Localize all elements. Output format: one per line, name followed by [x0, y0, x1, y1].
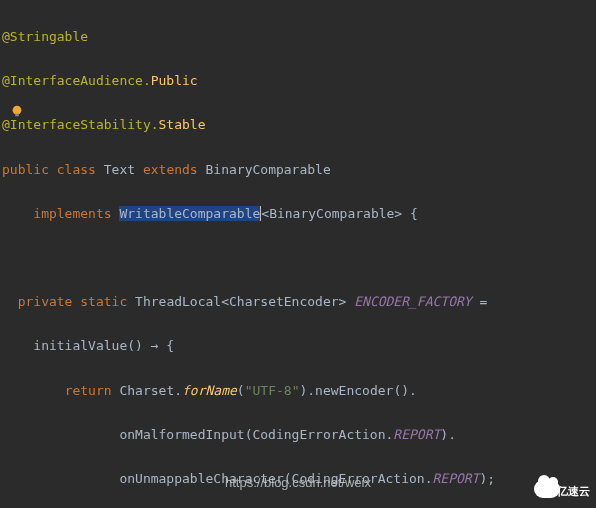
- annotation-audience-prefix: @InterfaceAudience.: [2, 73, 151, 88]
- blank-line: [2, 247, 594, 269]
- superclass: BinaryComparable: [206, 162, 331, 177]
- code-line: @InterfaceAudience.Public: [2, 70, 594, 92]
- assign: =: [479, 294, 487, 309]
- keyword-class: class: [57, 162, 96, 177]
- keyword-implements: implements: [33, 206, 111, 221]
- class-name: Text: [104, 162, 135, 177]
- string-utf8-enc: "UTF-8": [245, 383, 300, 398]
- annotation-stability-prefix: @InterfaceStability.: [2, 117, 159, 132]
- annotation-audience-value: Public: [151, 73, 198, 88]
- code-line: onMalformedInput(CodingErrorAction.REPOR…: [2, 424, 594, 446]
- code-line: private static ThreadLocal<CharsetEncode…: [2, 291, 594, 313]
- keyword-extends: extends: [143, 162, 198, 177]
- selection-writablecomparable[interactable]: WritableComparable: [119, 206, 260, 221]
- init-lhs-enc: initialValue: [33, 338, 127, 353]
- keyword-private: private: [18, 294, 73, 309]
- code-line: initialValue() → {: [2, 335, 594, 357]
- after-report-enc1: ).: [440, 427, 456, 442]
- newencoder: .newEncoder().: [307, 383, 417, 398]
- lambda-open-enc: () → {: [127, 338, 174, 353]
- annotation-stringable: @Stringable: [2, 29, 88, 44]
- keyword-public: public: [2, 162, 49, 177]
- keyword-static: static: [80, 294, 127, 309]
- code-line: implements WritableComparable<BinaryComp…: [2, 203, 594, 225]
- forname-enc: forName: [182, 383, 237, 398]
- code-line: public class Text extends BinaryComparab…: [2, 159, 594, 181]
- charset-enc: Charset.: [119, 383, 182, 398]
- generic-type: <BinaryComparable> {: [261, 206, 418, 221]
- yisu-logo: 亿速云: [530, 476, 590, 502]
- code-line: return Charset.forName("UTF-8").newEncod…: [2, 380, 594, 402]
- code-line: @Stringable: [2, 26, 594, 48]
- annotation-stability-value: Stable: [159, 117, 206, 132]
- field-encoder-factory: ENCODER_FACTORY: [354, 294, 471, 309]
- logo-text: 亿速云: [557, 482, 590, 501]
- code-line: @InterfaceStability.Stable: [2, 114, 594, 136]
- report-enc1: REPORT: [393, 427, 440, 442]
- watermark-text: https://blog.csdn.net/weix: [0, 472, 596, 494]
- code-editor[interactable]: @Stringable @InterfaceAudience.Public @I…: [0, 0, 596, 508]
- malformed-enc: onMalformedInput(CodingErrorAction.: [119, 427, 393, 442]
- keyword-return: return: [65, 383, 112, 398]
- type-enc: ThreadLocal<CharsetEncoder>: [135, 294, 346, 309]
